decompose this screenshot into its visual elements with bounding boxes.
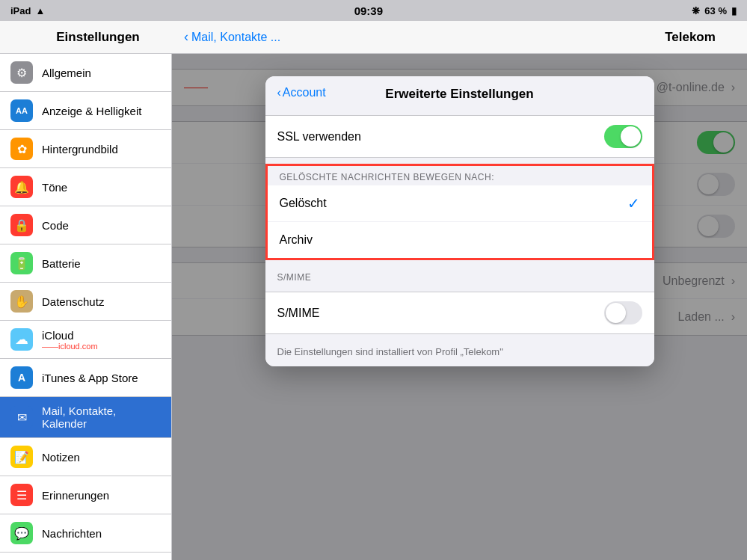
sidebar-item-nachrichten[interactable]: 💬 Nachrichten — [0, 514, 171, 553]
sidebar-label-datenschutz: Datenschutz — [42, 295, 104, 308]
deleted-option-geloescht[interactable]: Gelöscht ✓ — [268, 185, 652, 222]
store-icon: A — [10, 366, 33, 389]
battery-sidebar-icon: 🔋 — [10, 252, 33, 274]
aa-icon: AA — [10, 99, 33, 122]
flower-icon: ✿ — [10, 138, 33, 160]
sidebar: ⚙ Allgemein AA Anzeige & Helligkeit ✿ Hi… — [0, 54, 172, 560]
modal-dialog: ‹ Account Erweiterte Einstellungen SSL v… — [265, 76, 654, 366]
hand-icon: ✋ — [10, 290, 33, 313]
ssl-row[interactable]: SSL verwenden — [265, 116, 654, 157]
sidebar-item-facetime[interactable]: 📹 FaceTime — [0, 553, 171, 560]
lock-icon: 🔒 — [10, 214, 33, 236]
sidebar-label-allgemein: Allgemein — [42, 67, 91, 79]
deleted-section: GELÖSCHTE NACHRICHTEN BEWEGEN NACH: Gelö… — [265, 164, 654, 260]
sidebar-item-code[interactable]: 🔒 Code — [0, 206, 171, 244]
deleted-options-section: Gelöscht ✓ Archiv — [268, 185, 652, 258]
sidebar-label-anzeige: Anzeige & Helligkeit — [42, 105, 141, 117]
sidebar-label-nachrichten: Nachrichten — [42, 527, 102, 540]
sidebar-item-itunes[interactable]: A iTunes & App Store — [0, 359, 171, 397]
notes-icon: 📝 — [10, 446, 33, 468]
sidebar-sublabel-icloud: ——icloud.com — [42, 342, 98, 351]
nav-sidebar-title: Einstellungen — [12, 30, 184, 45]
smime-toggle-thumb — [606, 303, 626, 323]
sidebar-item-hintergrund[interactable]: ✿ Hintergrundbild — [0, 130, 171, 168]
sidebar-item-notizen[interactable]: 📝 Notizen — [0, 438, 171, 476]
sidebar-label-code: Code — [42, 219, 69, 232]
sidebar-label-icloud: iCloud — [42, 329, 98, 342]
sidebar-label-hintergrund: Hintergrundbild — [42, 143, 118, 156]
sidebar-label-erinnerungen: Erinnerungen — [42, 489, 109, 502]
mail-icon: ✉ — [10, 406, 33, 428]
nav-back-label: Mail, Kontakte ... — [191, 31, 280, 44]
sidebar-item-anzeige[interactable]: AA Anzeige & Helligkeit — [0, 92, 171, 130]
archiv-label: Archiv — [280, 233, 313, 247]
wifi-icon: ▲ — [35, 5, 45, 16]
bluetooth-icon: ❋ — [692, 5, 700, 16]
smime-row[interactable]: S/MIME — [265, 292, 654, 333]
status-right: ❋ 63 % ▮ — [692, 5, 737, 16]
ssl-toggle-thumb — [621, 126, 641, 147]
nav-bar: Einstellungen ‹ Mail, Kontakte ... Telek… — [0, 21, 747, 54]
main-layout: ⚙ Allgemein AA Anzeige & Helligkeit ✿ Hi… — [0, 54, 747, 560]
modal-back-label: Account — [283, 86, 326, 99]
bell-icon: 🔔 — [10, 176, 33, 198]
modal-title: Erweiterte Einstellungen — [277, 87, 642, 102]
sidebar-label-toene: Töne — [42, 181, 67, 194]
cloud-icon: ☁ — [10, 328, 33, 351]
reminders-icon: ☰ — [10, 484, 33, 506]
smime-section: S/MIME — [265, 292, 654, 334]
sidebar-item-toene[interactable]: 🔔 Töne — [0, 168, 171, 206]
checkmark-icon: ✓ — [627, 194, 640, 212]
sidebar-item-mail[interactable]: ✉ Mail, Kontakte, Kalender — [0, 397, 171, 438]
sidebar-item-datenschutz[interactable]: ✋ Datenschutz — [0, 283, 171, 321]
sidebar-item-icloud[interactable]: ☁ iCloud ——icloud.com — [0, 321, 171, 359]
deleted-option-archiv[interactable]: Archiv — [268, 222, 652, 258]
modal-overlay: ‹ Account Erweiterte Einstellungen SSL v… — [172, 54, 747, 560]
sidebar-item-allgemein[interactable]: ⚙ Allgemein — [0, 54, 171, 92]
deleted-section-header: GELÖSCHTE NACHRICHTEN BEWEGEN NACH: — [268, 166, 652, 185]
smime-section-header: S/MIME — [265, 266, 654, 286]
sidebar-label-mail: Mail, Kontakte, Kalender — [42, 404, 161, 430]
nav-back-area[interactable]: ‹ Mail, Kontakte ... — [184, 29, 645, 45]
sidebar-item-erinnerungen[interactable]: ☰ Erinnerungen — [0, 476, 171, 514]
status-left: iPad ▲ — [10, 5, 45, 16]
smime-toggle[interactable] — [604, 301, 642, 324]
status-time: 09:39 — [354, 4, 383, 17]
content-area: —— @t-online.de › — [172, 54, 747, 560]
messages-icon: 💬 — [10, 522, 33, 544]
smime-label: S/MIME — [277, 307, 320, 320]
icloud-item-inner: iCloud ——icloud.com — [42, 329, 98, 351]
nav-center-title: Telekom — [645, 30, 735, 45]
geloescht-label: Gelöscht — [280, 197, 327, 210]
back-chevron-icon: ‹ — [277, 86, 281, 99]
ssl-section: SSL verwenden — [265, 115, 654, 158]
sidebar-label-notizen: Notizen — [42, 451, 80, 464]
battery-icon: ▮ — [731, 5, 737, 16]
gear-icon: ⚙ — [10, 61, 33, 84]
ssl-toggle[interactable] — [604, 125, 642, 148]
modal-footer-text: Die Einstellungen sind installiert von P… — [265, 340, 654, 366]
modal-back-button[interactable]: ‹ Account — [277, 86, 326, 99]
sidebar-item-batterie[interactable]: 🔋 Batterie — [0, 244, 171, 283]
status-bar: iPad ▲ 09:39 ❋ 63 % ▮ — [0, 0, 747, 21]
device-label: iPad — [10, 5, 31, 16]
battery-percent: 63 % — [704, 5, 727, 16]
modal-header: ‹ Account Erweiterte Einstellungen — [265, 76, 654, 109]
ssl-label: SSL verwenden — [277, 130, 361, 144]
sidebar-label-batterie: Batterie — [42, 257, 81, 270]
sidebar-label-itunes: iTunes & App Store — [42, 372, 138, 384]
back-chevron-icon: ‹ — [184, 29, 188, 45]
